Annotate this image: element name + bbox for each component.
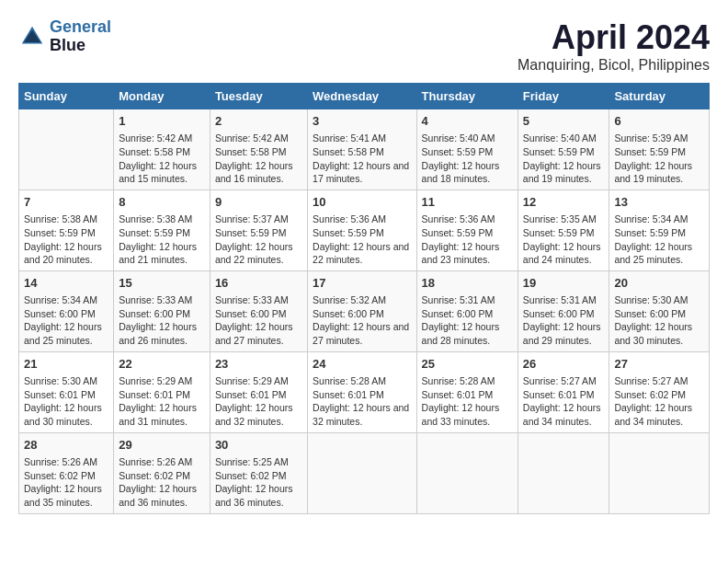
day-number: 29	[119, 437, 205, 454]
day-header: Tuesday	[210, 84, 307, 109]
calendar-table: SundayMondayTuesdayWednesdayThursdayFrid…	[18, 83, 710, 514]
subtitle: Manquiring, Bicol, Philippines	[518, 57, 710, 74]
day-info: Sunrise: 5:34 AMSunset: 6:00 PMDaylight:…	[24, 293, 108, 348]
day-header: Monday	[114, 84, 210, 109]
day-number: 1	[119, 113, 205, 130]
day-number: 22	[119, 356, 205, 373]
main-title: April 2024	[518, 18, 710, 57]
calendar-cell: 16Sunrise: 5:33 AMSunset: 6:00 PMDayligh…	[210, 270, 307, 351]
day-info: Sunrise: 5:30 AMSunset: 6:01 PMDaylight:…	[24, 374, 108, 429]
calendar-cell: 23Sunrise: 5:29 AMSunset: 6:01 PMDayligh…	[210, 351, 307, 432]
day-info: Sunrise: 5:42 AMSunset: 5:58 PMDaylight:…	[215, 132, 302, 186]
calendar-cell: 21Sunrise: 5:30 AMSunset: 6:01 PMDayligh…	[19, 351, 114, 432]
day-info: Sunrise: 5:42 AMSunset: 5:58 PMDaylight:…	[119, 132, 205, 186]
title-block: April 2024 Manquiring, Bicol, Philippine…	[518, 18, 710, 74]
day-info: Sunrise: 5:33 AMSunset: 6:00 PMDaylight:…	[119, 293, 205, 348]
day-number: 19	[523, 275, 605, 292]
logo-text: General Blue	[50, 18, 111, 55]
day-info: Sunrise: 5:40 AMSunset: 5:59 PMDaylight:…	[523, 132, 605, 186]
calendar-cell	[308, 432, 416, 513]
day-info: Sunrise: 5:39 AMSunset: 5:59 PMDaylight:…	[614, 132, 704, 186]
day-number: 17	[313, 275, 411, 292]
day-info: Sunrise: 5:37 AMSunset: 5:59 PMDaylight:…	[215, 213, 302, 267]
calendar-cell: 14Sunrise: 5:34 AMSunset: 6:00 PMDayligh…	[19, 270, 114, 351]
calendar-cell: 22Sunrise: 5:29 AMSunset: 6:01 PMDayligh…	[114, 351, 210, 432]
day-info: Sunrise: 5:36 AMSunset: 5:59 PMDaylight:…	[313, 213, 411, 267]
day-number: 25	[422, 356, 513, 373]
calendar-week-row: 1Sunrise: 5:42 AMSunset: 5:58 PMDaylight…	[19, 109, 710, 190]
day-number: 7	[24, 194, 108, 211]
day-header: Friday	[518, 84, 609, 109]
day-number: 11	[422, 194, 513, 211]
day-number: 18	[422, 275, 513, 292]
day-info: Sunrise: 5:38 AMSunset: 5:59 PMDaylight:…	[24, 213, 108, 267]
calendar-cell: 2Sunrise: 5:42 AMSunset: 5:58 PMDaylight…	[210, 109, 307, 190]
day-info: Sunrise: 5:29 AMSunset: 6:01 PMDaylight:…	[119, 374, 205, 429]
calendar-cell: 24Sunrise: 5:28 AMSunset: 6:01 PMDayligh…	[308, 351, 416, 432]
calendar-cell: 3Sunrise: 5:41 AMSunset: 5:58 PMDaylight…	[308, 109, 416, 190]
day-number: 4	[422, 113, 513, 130]
day-header: Thursday	[416, 84, 518, 109]
day-info: Sunrise: 5:31 AMSunset: 6:00 PMDaylight:…	[422, 293, 513, 348]
day-header: Saturday	[609, 84, 710, 109]
day-info: Sunrise: 5:26 AMSunset: 6:02 PMDaylight:…	[119, 455, 205, 510]
day-number: 30	[215, 437, 302, 454]
day-header: Wednesday	[308, 84, 416, 109]
day-number: 27	[614, 356, 704, 373]
day-info: Sunrise: 5:41 AMSunset: 5:58 PMDaylight:…	[313, 132, 411, 186]
calendar-cell: 20Sunrise: 5:30 AMSunset: 6:00 PMDayligh…	[609, 270, 710, 351]
calendar-week-row: 7Sunrise: 5:38 AMSunset: 5:59 PMDaylight…	[19, 190, 710, 270]
day-number: 9	[215, 194, 302, 211]
calendar-week-row: 28Sunrise: 5:26 AMSunset: 6:02 PMDayligh…	[19, 432, 710, 513]
calendar-cell: 19Sunrise: 5:31 AMSunset: 6:00 PMDayligh…	[518, 270, 609, 351]
day-number: 13	[614, 194, 704, 211]
day-number: 26	[523, 356, 605, 373]
day-number: 12	[523, 194, 605, 211]
calendar-cell: 15Sunrise: 5:33 AMSunset: 6:00 PMDayligh…	[114, 270, 210, 351]
day-number: 14	[24, 275, 108, 292]
calendar-cell: 7Sunrise: 5:38 AMSunset: 5:59 PMDaylight…	[19, 190, 114, 270]
day-info: Sunrise: 5:33 AMSunset: 6:00 PMDaylight:…	[215, 293, 302, 348]
calendar-week-row: 14Sunrise: 5:34 AMSunset: 6:00 PMDayligh…	[19, 270, 710, 351]
calendar-cell: 30Sunrise: 5:25 AMSunset: 6:02 PMDayligh…	[210, 432, 307, 513]
calendar-cell: 25Sunrise: 5:28 AMSunset: 6:01 PMDayligh…	[416, 351, 518, 432]
calendar-cell: 29Sunrise: 5:26 AMSunset: 6:02 PMDayligh…	[114, 432, 210, 513]
day-info: Sunrise: 5:34 AMSunset: 5:59 PMDaylight:…	[614, 213, 704, 267]
day-number: 20	[614, 275, 704, 292]
page-header: General Blue April 2024 Manquiring, Bico…	[18, 18, 710, 74]
calendar-cell: 12Sunrise: 5:35 AMSunset: 5:59 PMDayligh…	[518, 190, 609, 270]
day-number: 21	[24, 356, 108, 373]
day-info: Sunrise: 5:38 AMSunset: 5:59 PMDaylight:…	[119, 213, 205, 267]
day-number: 28	[24, 437, 108, 454]
calendar-cell	[19, 109, 114, 190]
calendar-cell: 26Sunrise: 5:27 AMSunset: 6:01 PMDayligh…	[518, 351, 609, 432]
day-number: 15	[119, 275, 205, 292]
day-info: Sunrise: 5:27 AMSunset: 6:01 PMDaylight:…	[523, 374, 605, 429]
day-info: Sunrise: 5:28 AMSunset: 6:01 PMDaylight:…	[313, 374, 411, 429]
calendar-cell: 13Sunrise: 5:34 AMSunset: 5:59 PMDayligh…	[609, 190, 710, 270]
calendar-cell: 18Sunrise: 5:31 AMSunset: 6:00 PMDayligh…	[416, 270, 518, 351]
calendar-week-row: 21Sunrise: 5:30 AMSunset: 6:01 PMDayligh…	[19, 351, 710, 432]
logo: General Blue	[18, 18, 111, 55]
day-info: Sunrise: 5:35 AMSunset: 5:59 PMDaylight:…	[523, 213, 605, 267]
day-header: Sunday	[19, 84, 114, 109]
day-info: Sunrise: 5:40 AMSunset: 5:59 PMDaylight:…	[422, 132, 513, 186]
calendar-cell: 5Sunrise: 5:40 AMSunset: 5:59 PMDaylight…	[518, 109, 609, 190]
day-info: Sunrise: 5:32 AMSunset: 6:00 PMDaylight:…	[313, 293, 411, 348]
day-number: 2	[215, 113, 302, 130]
day-number: 24	[313, 356, 411, 373]
calendar-header-row: SundayMondayTuesdayWednesdayThursdayFrid…	[19, 84, 710, 109]
calendar-cell: 10Sunrise: 5:36 AMSunset: 5:59 PMDayligh…	[308, 190, 416, 270]
day-info: Sunrise: 5:29 AMSunset: 6:01 PMDaylight:…	[215, 374, 302, 429]
day-info: Sunrise: 5:25 AMSunset: 6:02 PMDaylight:…	[215, 455, 302, 510]
calendar-cell: 6Sunrise: 5:39 AMSunset: 5:59 PMDaylight…	[609, 109, 710, 190]
logo-icon	[18, 23, 46, 51]
day-number: 6	[614, 113, 704, 130]
day-info: Sunrise: 5:30 AMSunset: 6:00 PMDaylight:…	[614, 293, 704, 348]
calendar-cell: 28Sunrise: 5:26 AMSunset: 6:02 PMDayligh…	[19, 432, 114, 513]
day-info: Sunrise: 5:26 AMSunset: 6:02 PMDaylight:…	[24, 455, 108, 510]
day-number: 10	[313, 194, 411, 211]
calendar-cell: 11Sunrise: 5:36 AMSunset: 5:59 PMDayligh…	[416, 190, 518, 270]
calendar-cell	[518, 432, 609, 513]
calendar-cell: 17Sunrise: 5:32 AMSunset: 6:00 PMDayligh…	[308, 270, 416, 351]
